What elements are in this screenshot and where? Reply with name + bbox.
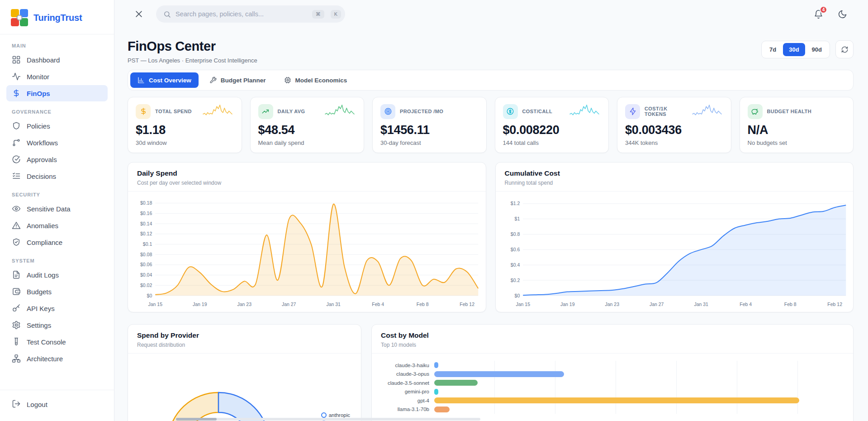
sidebar: TuringTrust MAINDashboardMonitorFinOpsGO… bbox=[0, 0, 114, 421]
stat-label: BUDGET HEALTH bbox=[767, 109, 812, 114]
dark-mode-toggle[interactable] bbox=[837, 9, 848, 20]
sidebar-item-finops[interactable]: FinOps bbox=[6, 85, 108, 101]
stat-icon-chip bbox=[380, 104, 395, 119]
model-label: gemini-pro bbox=[378, 389, 434, 394]
logout-icon bbox=[12, 399, 21, 408]
approvals-icon bbox=[12, 155, 21, 164]
svg-text:Jan 15: Jan 15 bbox=[148, 301, 162, 307]
daily-spend-title: Daily Spend bbox=[137, 169, 477, 177]
content: FinOps Center PST — Los Angeles · Enterp… bbox=[114, 28, 868, 421]
model-bar-row-claude-3-opus: claude-3-opus bbox=[378, 370, 841, 379]
sidebar-item-budgets[interactable]: Budgets bbox=[6, 283, 108, 300]
stat-icon-chip bbox=[258, 104, 273, 119]
sidebar-item-label: Budgets bbox=[27, 288, 52, 296]
legend-item-anthropic[interactable]: anthropic bbox=[321, 412, 350, 418]
sidebar-item-label: Compliance bbox=[27, 239, 62, 246]
decisions-icon bbox=[12, 172, 21, 181]
sidebar-item-approvals[interactable]: Approvals bbox=[6, 151, 108, 167]
sidebar-footer: Logout bbox=[0, 390, 114, 421]
sidebar-item-api-keys[interactable]: API Keys bbox=[6, 300, 108, 316]
zap-icon bbox=[629, 107, 637, 115]
tab-model-economics[interactable]: Model Economics bbox=[277, 72, 355, 88]
sidebar-item-policies[interactable]: Policies bbox=[6, 118, 108, 134]
sidebar-item-architecture[interactable]: Architecture bbox=[6, 350, 108, 367]
stat-icon-chip bbox=[136, 104, 151, 119]
compliance-icon bbox=[12, 238, 21, 247]
search-icon bbox=[163, 10, 171, 18]
horizontal-scrollbar[interactable] bbox=[176, 418, 480, 421]
spend-by-provider-card: Spend by Provider Request distribution a… bbox=[128, 324, 361, 421]
bar-chart-icon bbox=[138, 77, 145, 84]
stat-label: COST/1K TOKENS bbox=[645, 106, 686, 117]
stat-sublabel: 30d window bbox=[136, 139, 234, 146]
stat-sublabel: 30-day forecast bbox=[380, 139, 479, 146]
svg-text:Feb 8: Feb 8 bbox=[417, 301, 429, 307]
model-bar[interactable] bbox=[434, 362, 438, 368]
policies-icon bbox=[12, 121, 21, 130]
svg-text:Feb 12: Feb 12 bbox=[827, 301, 842, 307]
kbd-k: K bbox=[331, 10, 341, 19]
sidebar-item-settings[interactable]: Settings bbox=[6, 317, 108, 333]
scrollbar-thumb[interactable] bbox=[176, 418, 217, 421]
model-bars-chart: claude-3-haikuclaude-3-opusclaude-3.5-so… bbox=[372, 354, 853, 414]
sidebar-item-label: Anomalies bbox=[27, 222, 58, 230]
logout-label: Logout bbox=[27, 401, 47, 408]
stat-label: COST/CALL bbox=[522, 109, 553, 114]
stat-card-projected-mo: PROJECTED /MO$1456.1130-day forecast bbox=[372, 97, 487, 153]
range-button-30d[interactable]: 30d bbox=[783, 43, 805, 56]
sidebar-item-compliance[interactable]: Compliance bbox=[6, 234, 108, 250]
sidebar-item-test-console[interactable]: Test Console bbox=[6, 334, 108, 350]
stat-value: $1456.11 bbox=[380, 123, 479, 137]
sidebar-item-sensitive-data[interactable]: Sensitive Data bbox=[6, 201, 108, 217]
svg-text:$1: $1 bbox=[514, 216, 520, 221]
spend-by-provider-subtitle: Request distribution bbox=[137, 342, 352, 348]
legend-label: anthropic bbox=[329, 412, 350, 418]
search-bar[interactable]: ⌘ K bbox=[156, 5, 345, 23]
close-button[interactable] bbox=[134, 10, 143, 19]
range-button-7d[interactable]: 7d bbox=[764, 43, 782, 56]
tab-budget-planner[interactable]: Budget Planner bbox=[202, 72, 273, 88]
sidebar-item-anomalies[interactable]: Anomalies bbox=[6, 217, 108, 234]
tab-cost-overview[interactable]: Cost Overview bbox=[130, 72, 199, 88]
sidebar-item-label: Approvals bbox=[27, 156, 57, 163]
brand-name: TuringTrust bbox=[33, 13, 82, 23]
svg-text:$0.2: $0.2 bbox=[510, 277, 520, 283]
model-bar[interactable] bbox=[434, 397, 799, 403]
svg-text:Jan 19: Jan 19 bbox=[560, 301, 574, 307]
topbar: ⌘ K 4 bbox=[114, 0, 868, 28]
sidebar-item-workflows[interactable]: Workflows bbox=[6, 134, 108, 151]
search-input[interactable] bbox=[175, 10, 308, 18]
sidebar-item-label: Settings bbox=[27, 321, 51, 329]
sidebar-item-dashboard[interactable]: Dashboard bbox=[6, 52, 108, 68]
svg-text:$0.02: $0.02 bbox=[140, 282, 152, 288]
svg-text:$0.8: $0.8 bbox=[510, 231, 520, 237]
sidebar-item-decisions[interactable]: Decisions bbox=[6, 168, 108, 184]
range-segmented-control: 7d30d90d bbox=[761, 41, 830, 58]
brand[interactable]: TuringTrust bbox=[0, 0, 114, 34]
svg-text:Jan 19: Jan 19 bbox=[193, 301, 207, 307]
sidebar-item-audit-logs[interactable]: Audit Logs bbox=[6, 267, 108, 283]
sidebar-item-monitor[interactable]: Monitor bbox=[6, 68, 108, 85]
nav-section-label: SYSTEM bbox=[12, 258, 102, 263]
range-button-90d[interactable]: 90d bbox=[806, 43, 828, 56]
model-bar[interactable] bbox=[434, 407, 450, 412]
refresh-button[interactable] bbox=[835, 40, 854, 58]
stat-sublabel: 344K tokens bbox=[625, 139, 723, 146]
svg-text:$0: $0 bbox=[147, 293, 152, 298]
svg-text:Feb 8: Feb 8 bbox=[784, 301, 796, 307]
svg-text:$0.12: $0.12 bbox=[140, 231, 152, 236]
svg-text:Jan 31: Jan 31 bbox=[326, 301, 341, 307]
notifications-button[interactable]: 4 bbox=[813, 9, 824, 20]
daily-spend-subtitle: Cost per day over selected window bbox=[137, 180, 477, 186]
svg-text:Jan 23: Jan 23 bbox=[605, 301, 619, 307]
stat-sublabel: Mean daily spend bbox=[258, 139, 356, 146]
logout-button[interactable]: Logout bbox=[6, 396, 108, 413]
model-bar[interactable] bbox=[434, 389, 438, 395]
stat-label: PROJECTED /MO bbox=[400, 109, 443, 114]
model-bar[interactable] bbox=[434, 371, 564, 377]
tab-bar: Cost OverviewBudget PlannerModel Economi… bbox=[128, 70, 854, 91]
stat-value: $1.18 bbox=[136, 123, 234, 137]
workflows-icon bbox=[12, 138, 21, 147]
model-bar[interactable] bbox=[434, 380, 478, 386]
kbd-cmd: ⌘ bbox=[312, 10, 324, 19]
